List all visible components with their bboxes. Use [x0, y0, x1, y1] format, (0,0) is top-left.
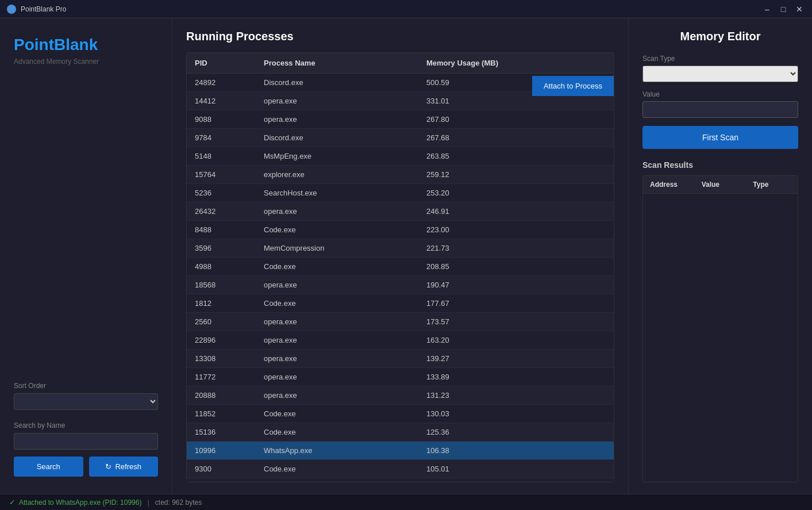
- cell-pid: 1812: [187, 294, 256, 312]
- cell-memory: 130.03: [418, 405, 533, 423]
- status-attached-text: Attached to WhatsApp.exe (PID: 10996): [19, 499, 141, 507]
- table-row[interactable]: 15136 Code.exe 125.36: [187, 423, 614, 442]
- search-input[interactable]: [14, 433, 158, 450]
- scan-type-select[interactable]: [642, 66, 798, 82]
- cell-memory: 106.38: [418, 442, 533, 459]
- refresh-button[interactable]: ↻ Refresh: [89, 457, 159, 477]
- cell-pid: 5236: [187, 184, 256, 202]
- table-row[interactable]: 9300 Code.exe 105.01: [187, 460, 614, 478]
- table-row[interactable]: 1812 Code.exe 177.67: [187, 294, 614, 313]
- minimize-button[interactable]: –: [761, 3, 773, 15]
- cell-extra: [533, 313, 614, 331]
- cell-process-name: Code.exe: [256, 294, 418, 312]
- table-row[interactable]: 9784 Discord.exe 267.68: [187, 129, 614, 147]
- refresh-label: Refresh: [115, 462, 141, 471]
- cell-extra: [533, 294, 614, 312]
- cell-process-name: Code.exe: [256, 258, 418, 275]
- cell-memory: 125.36: [418, 423, 533, 441]
- first-scan-button[interactable]: First Scan: [642, 126, 798, 149]
- cell-pid: 24892: [187, 74, 256, 91]
- cell-memory: 253.20: [418, 184, 533, 202]
- app-subtitle: Advanced Memory Scanner: [14, 57, 158, 66]
- cell-extra: [533, 368, 614, 386]
- cell-memory: 133.89: [418, 368, 533, 386]
- cell-pid: 11852: [187, 405, 256, 423]
- table-row[interactable]: 4988 Code.exe 208.85: [187, 258, 614, 276]
- right-panel: Memory Editor Scan Type Value First Scan…: [628, 18, 812, 494]
- cell-extra: [533, 129, 614, 147]
- status-check-icon: ✓: [9, 498, 16, 507]
- cell-memory: 246.91: [418, 202, 533, 220]
- cell-extra: [533, 239, 614, 257]
- maximize-button[interactable]: □: [778, 3, 789, 15]
- scan-results-label: Scan Results: [642, 160, 798, 170]
- cell-pid: 15136: [187, 423, 256, 441]
- cell-pid: 14412: [187, 92, 256, 110]
- sort-order-label: Sort Order: [14, 382, 158, 390]
- col-pid: PID: [187, 53, 256, 73]
- cell-pid: 2560: [187, 313, 256, 331]
- close-button[interactable]: ✕: [794, 3, 805, 15]
- sort-order-select[interactable]: [14, 393, 158, 410]
- table-row[interactable]: 5148 MsMpEng.exe 263.85: [187, 147, 614, 166]
- cell-pid: 3596: [187, 239, 256, 257]
- status-separator: |: [147, 498, 149, 507]
- search-button[interactable]: Search: [14, 457, 83, 477]
- value-label: Value: [642, 90, 798, 98]
- cell-pid: 5148: [187, 147, 256, 165]
- cell-memory: 259.12: [418, 166, 533, 183]
- table-row[interactable]: 8488 Code.exe 223.00: [187, 221, 614, 239]
- titlebar-controls: – □ ✕: [761, 3, 805, 15]
- process-table-wrapper: Attach to Process PID Process Name Memor…: [186, 52, 614, 482]
- table-row[interactable]: 2560 opera.exe 173.57: [187, 313, 614, 331]
- cell-process-name: opera.exe: [256, 202, 418, 220]
- scan-results-table: Address Value Type: [642, 175, 798, 482]
- table-row[interactable]: 9088 opera.exe 267.80: [187, 110, 614, 129]
- cell-pid: 10996: [187, 442, 256, 459]
- table-row[interactable]: 21544 opera.exe 103.00: [187, 478, 614, 482]
- cell-pid: 21544: [187, 478, 256, 482]
- action-buttons: Search ↻ Refresh: [14, 457, 158, 477]
- search-by-name-label: Search by Name: [14, 421, 158, 430]
- cell-pid: 9088: [187, 110, 256, 128]
- main-content: PointBlank Advanced Memory Scanner Sort …: [0, 18, 812, 494]
- table-row[interactable]: 26432 opera.exe 246.91: [187, 202, 614, 221]
- table-row[interactable]: 3596 MemCompression 221.73: [187, 239, 614, 258]
- cell-pid: 4988: [187, 258, 256, 275]
- refresh-icon: ↻: [105, 462, 111, 471]
- titlebar-title: PointBlank Pro: [21, 5, 761, 13]
- table-row[interactable]: 5236 SearchHost.exe 253.20: [187, 184, 614, 202]
- cell-process-name: Code.exe: [256, 221, 418, 239]
- attach-to-process-button[interactable]: Attach to Process: [532, 76, 614, 96]
- cell-process-name: opera.exe: [256, 386, 418, 404]
- table-row[interactable]: 20888 opera.exe 131.23: [187, 386, 614, 405]
- app-icon: [7, 5, 16, 14]
- cell-pid: 26432: [187, 202, 256, 220]
- table-row[interactable]: 11852 Code.exe 130.03: [187, 405, 614, 423]
- table-row[interactable]: 10996 WhatsApp.exe 106.38: [187, 442, 614, 460]
- cell-process-name: opera.exe: [256, 478, 418, 482]
- center-panel: Running Processes Attach to Process PID …: [172, 18, 628, 494]
- table-row[interactable]: 15764 explorer.exe 259.12: [187, 166, 614, 184]
- cell-extra: [533, 331, 614, 349]
- table-row[interactable]: 18568 opera.exe 190.47: [187, 276, 614, 294]
- app-logo: PointBlank: [14, 36, 158, 54]
- value-input[interactable]: [642, 101, 798, 118]
- cell-memory: 177.67: [418, 294, 533, 312]
- sidebar: PointBlank Advanced Memory Scanner Sort …: [0, 18, 172, 494]
- table-row[interactable]: 13308 opera.exe 139.27: [187, 350, 614, 368]
- attach-button-wrapper: Attach to Process: [532, 76, 614, 96]
- col-memory: Memory Usage (MB): [418, 53, 533, 73]
- cell-pid: 13308: [187, 350, 256, 367]
- cell-memory: 105.01: [418, 460, 533, 478]
- table-row[interactable]: 11772 opera.exe 133.89: [187, 368, 614, 386]
- cell-pid: 22896: [187, 331, 256, 349]
- cell-extra: [533, 460, 614, 478]
- cell-process-name: explorer.exe: [256, 166, 418, 183]
- col-value: Value: [695, 176, 746, 193]
- table-row[interactable]: 22896 opera.exe 163.20: [187, 331, 614, 350]
- cell-memory: 131.23: [418, 386, 533, 404]
- cell-memory: 163.20: [418, 331, 533, 349]
- cell-process-name: WhatsApp.exe: [256, 442, 418, 459]
- cell-pid: 20888: [187, 386, 256, 404]
